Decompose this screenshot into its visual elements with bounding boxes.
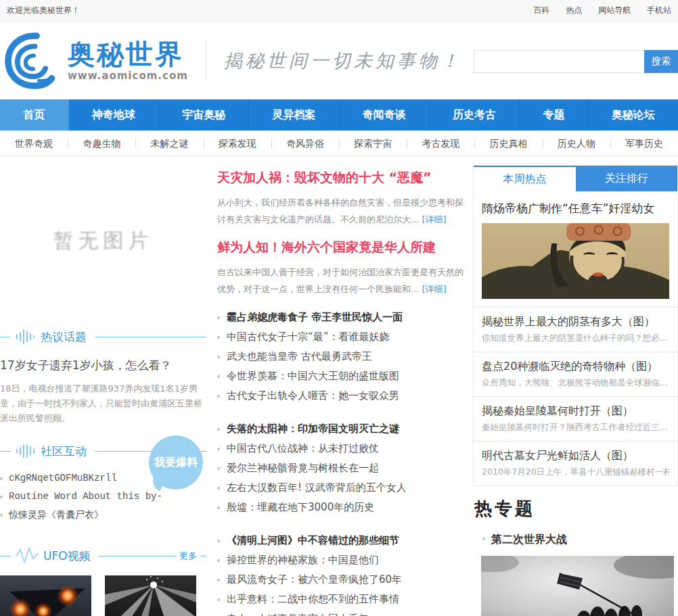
sui-emperor-painting-image[interactable] bbox=[482, 223, 669, 299]
article-link[interactable]: 霸占弟媳虎毒食子 帝王李世民惊人一面 bbox=[217, 308, 465, 327]
article-link[interactable]: 《清明上河图》中不容错过的那些细节 bbox=[217, 531, 465, 550]
divider bbox=[95, 337, 206, 337]
article-link[interactable]: 左右大汉数百年! 汉武帝背后的五个女人 bbox=[217, 478, 465, 498]
header: 奥秘世界 www.aomicom.com 揭秘世间一切未知事物！ 搜索 bbox=[0, 22, 678, 99]
subnav-item-historical-truth[interactable]: 历史真相 bbox=[474, 131, 542, 156]
topbar-links: 百科 热点 网站导航 手机站 bbox=[520, 5, 671, 16]
article-link[interactable]: 史上一大憾事竟毒害中国上千年 bbox=[217, 609, 465, 616]
tab-attention-ranking[interactable]: 关注排行 bbox=[576, 166, 678, 191]
header-divider bbox=[206, 41, 206, 80]
feature-excerpt: 从小到大，我们经历着各种各样的自然灾害，但是很少思考和探讨有关灾害与文化遗产的话… bbox=[217, 194, 465, 228]
article-link[interactable]: 操控世界的神秘家族：中国是他们 bbox=[217, 550, 465, 570]
more-link[interactable]: 更多 bbox=[179, 550, 197, 562]
article-link[interactable]: 最风流奇女子：被六个皇帝疯抢了60年 bbox=[217, 570, 465, 590]
subnav-item-unsolved-mysteries[interactable]: 未解之谜 bbox=[135, 131, 203, 156]
ufo-video-thumb-searchlights[interactable] bbox=[105, 575, 196, 616]
subnav-item-strange-customs[interactable]: 奇风异俗 bbox=[271, 131, 339, 156]
hotspot-item-excerpt: 秦始皇陵墓何时打开？陕西考古工作者经过近三... bbox=[482, 421, 669, 434]
section-title: 热议话题 bbox=[41, 329, 87, 345]
report-news-button[interactable]: 我要爆料 bbox=[149, 435, 203, 490]
nav-item-home[interactable]: 首页 bbox=[0, 99, 69, 131]
left-column: 暂无图片 热议话题 17岁女子遗弃1岁小孩，怎么看？ bbox=[0, 165, 206, 616]
community-list-item[interactable]: 惊悚灵异《青囊尸衣》 bbox=[0, 506, 206, 524]
logo-text: 奥秘世界 www.aomicom.com bbox=[68, 40, 188, 82]
community-list-item[interactable]: Routine Word About this by- bbox=[0, 488, 206, 506]
hotspot-item-title[interactable]: 盘点20种濒临灭绝的奇特物种（图） bbox=[482, 358, 669, 375]
content-area: 暂无图片 热议话题 17岁女子遗弃1岁小孩，怎么看？ bbox=[0, 156, 678, 616]
site-name: 奥秘世界 bbox=[68, 40, 188, 68]
article-link[interactable]: 失落的太阳神：印加帝国文明灭亡之谜 bbox=[217, 419, 465, 439]
nav-item-magical-earth[interactable]: 神奇地球 bbox=[69, 99, 159, 131]
article-link[interactable]: 爱尔兰神秘骸骨竟与树根长在一起 bbox=[217, 458, 465, 478]
topbar-link-hotspots[interactable]: 热点 bbox=[566, 5, 582, 15]
detail-link[interactable]: [详细] bbox=[422, 284, 447, 294]
nav-item-strange-tales[interactable]: 奇闻奇谈 bbox=[340, 99, 430, 131]
subnav-item-military-history[interactable]: 军事历史 bbox=[610, 131, 678, 156]
topbar-link-site-navigation[interactable]: 网站导航 bbox=[598, 5, 631, 15]
section-title: 社区互动 bbox=[41, 444, 87, 459]
subnav-item-exploration-discovery[interactable]: 探索发现 bbox=[204, 131, 271, 156]
middle-column: 天灾加人祸：毁坏文物的十大 “恶魔” 从小到大，我们经历着各种各样的自然灾害，但… bbox=[217, 165, 465, 616]
community-section: 社区互动 cKgRNqetGOFMuBKzrll Routine Word Ab… bbox=[0, 442, 206, 524]
main-navigation: 首页 神奇地球 宇宙奥秘 灵异档案 奇闻奇谈 历史考古 专题 奥秘论坛 bbox=[0, 99, 678, 131]
search-input[interactable] bbox=[474, 50, 644, 73]
logo-spiral-icon bbox=[4, 32, 62, 90]
featured-article-title[interactable]: 隋炀帝杨广制作“任意车”奸淫幼女 bbox=[482, 201, 669, 216]
article-link[interactable]: 令世界羡慕：中国六大王朝的盛世版图 bbox=[217, 366, 465, 386]
nav-item-mystery-forum[interactable]: 奥秘论坛 bbox=[589, 99, 678, 131]
hotspot-tabs: 本周热点 关注排行 bbox=[474, 166, 677, 191]
nav-item-history-archaeology[interactable]: 历史考古 bbox=[430, 99, 520, 131]
pulse-line-icon bbox=[16, 547, 39, 565]
article-link[interactable]: 出乎意料：二战中你想不到的五件事情 bbox=[217, 590, 465, 609]
article-group: 《清明上河图》中不容错过的那些细节 操控世界的神秘家族：中国是他们 最风流奇女子… bbox=[217, 531, 465, 616]
hotspot-item-excerpt: 众所周知，大熊猫、北极熊等动物都是全球濒临... bbox=[482, 376, 669, 389]
hotspot-item-title[interactable]: 揭秘秦始皇陵墓何时打开（图） bbox=[482, 403, 669, 419]
detail-link[interactable]: [详细] bbox=[422, 214, 447, 224]
special-topic-ww2-link[interactable]: 第二次世界大战 bbox=[482, 533, 678, 547]
hotspot-list-item: 揭秘秦始皇陵墓何时打开（图） 秦始皇陵墓何时打开？陕西考古工作者经过近三... bbox=[474, 396, 677, 441]
article-link[interactable]: 古代女子出轨令人咂舌：她一女驭众男 bbox=[217, 386, 465, 406]
right-column: 本周热点 关注排行 隋炀帝杨广制作“任意车”奸淫幼女 bbox=[473, 165, 678, 616]
wave-bars-icon bbox=[16, 329, 36, 344]
divider bbox=[99, 556, 177, 556]
subnav-item-archaeological-finds[interactable]: 考古发现 bbox=[407, 131, 474, 156]
subnav-item-world-wonders[interactable]: 世界奇观 bbox=[0, 131, 68, 156]
subnav-item-historical-figures[interactable]: 历史人物 bbox=[543, 131, 610, 156]
article-link[interactable]: 武夫也能当皇帝 古代最勇武帝王 bbox=[217, 347, 465, 366]
hotspot-list-item: 盘点20种濒临灭绝的奇特物种（图） 众所周知，大熊猫、北极熊等动物都是全球濒临.… bbox=[474, 352, 677, 396]
section-title: UFO视频 bbox=[43, 548, 91, 564]
site-url: www.aomicom.com bbox=[68, 70, 188, 82]
hotspot-list-item: 明代古墓女尸光鲜如活人（图） 2010年7月20日上午，莘县十八里铺镇郝楼村一村… bbox=[474, 441, 677, 485]
hotspot-item-title[interactable]: 明代古墓女尸光鲜如活人（图） bbox=[482, 448, 669, 464]
site-logo[interactable]: 奥秘世界 www.aomicom.com bbox=[4, 32, 188, 90]
weekly-hotspot-module: 本周热点 关注排行 隋炀帝杨广制作“任意车”奸淫幼女 bbox=[473, 165, 678, 486]
search-bar: 搜索 bbox=[474, 50, 678, 73]
topbar-link-mobile-site[interactable]: 手机站 bbox=[647, 5, 671, 15]
nav-item-supernatural-files[interactable]: 灵异档案 bbox=[249, 99, 339, 131]
no-image-text: 暂无图片 bbox=[53, 227, 154, 255]
hotspot-item-title[interactable]: 揭秘世界上最大的阴茎有多大（图） bbox=[482, 314, 669, 330]
feature-excerpt: 自古以来中国人善于经营，对于如何治国治家方面更是有天然的优势，对于这一点，世界上… bbox=[217, 264, 465, 298]
nav-item-special-topics[interactable]: 专题 bbox=[520, 99, 589, 131]
hot-topic-article-title[interactable]: 17岁女子遗弃1岁小孩，怎么看？ bbox=[0, 358, 206, 373]
article-link[interactable]: 中国古代八位战神：从未打过败仗 bbox=[217, 439, 465, 458]
article-link[interactable]: 殷墟：埋藏在地下3000年的历史 bbox=[217, 498, 465, 517]
hot-special-topics-title: 热专题 bbox=[474, 497, 678, 521]
subnav-item-curious-creatures[interactable]: 奇趣生物 bbox=[68, 131, 135, 156]
topbar-link-encyclopedia[interactable]: 百科 bbox=[534, 5, 550, 15]
article-link[interactable]: 中国古代女子十宗“最”：看谁最妖娆 bbox=[217, 327, 465, 347]
nav-item-cosmic-mysteries[interactable]: 宇宙奥秘 bbox=[159, 99, 249, 131]
hotspot-item-excerpt: 你知道世界上最大的阴茎是什么样子的吗？想必... bbox=[482, 331, 669, 345]
search-button[interactable]: 搜索 bbox=[644, 50, 678, 73]
tab-weekly-hotspots[interactable]: 本周热点 bbox=[474, 166, 576, 191]
ufo-video-thumb-triangle-ufo[interactable] bbox=[0, 575, 91, 616]
no-image-placeholder[interactable]: 暂无图片 bbox=[0, 165, 206, 317]
ufo-video-thumbnails bbox=[0, 575, 206, 616]
subnav-item-explore-universe[interactable]: 探索宇宙 bbox=[339, 131, 407, 156]
sub-navigation: 世界奇观 奇趣生物 未解之谜 探索发现 奇风异俗 探索宇宙 考古发现 历史真相 … bbox=[0, 131, 678, 156]
iwo-jima-flag-raising-image[interactable] bbox=[481, 556, 674, 616]
feature-headline[interactable]: 天灾加人祸：毁坏文物的十大 “恶魔” bbox=[217, 169, 465, 187]
wave-bars-icon bbox=[16, 444, 36, 458]
feature-headline[interactable]: 鲜为人知！海外六个国家竟是华人所建 bbox=[217, 239, 465, 256]
article-group: 霸占弟媳虎毒食子 帝王李世民惊人一面 中国古代女子十宗“最”：看谁最妖娆 武夫也… bbox=[217, 308, 465, 406]
